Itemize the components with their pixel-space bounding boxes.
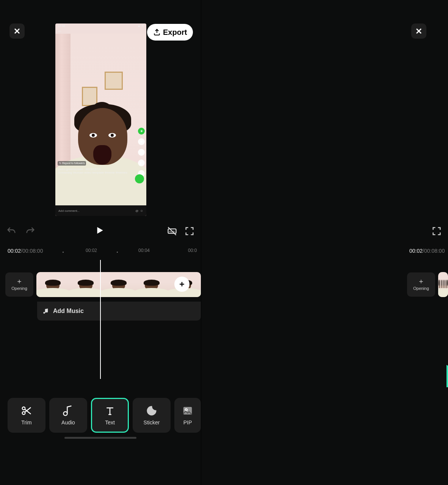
status-bar: 12:36 ▲ ✕ [55,23,146,28]
add-clip-button[interactable] [174,277,190,292]
tool-trim[interactable]: Trim [8,398,45,433]
status-icons: ▲ ✕ [138,24,144,28]
toolbar-scroll-indicator [64,437,136,439]
ruler-dot [63,252,64,253]
opening-label: Opening [11,286,27,291]
ruler-dot [117,252,118,253]
sticker-icon [146,405,157,416]
close-icon [416,28,422,34]
play-icon [95,225,105,235]
add-opening-button[interactable]: Opening [5,272,33,297]
main-toolbar: Trim Audio Text Sticker PIP [0,395,201,436]
fullscreen-button[interactable] [431,226,442,236]
undo-button[interactable] [6,226,17,236]
export-icon [153,28,161,36]
tool-label: PIP [183,419,192,426]
close-button[interactable] [9,23,25,39]
play-button[interactable] [95,225,105,237]
undo-icon [6,226,17,236]
image-icon [182,405,193,416]
note-icon [63,405,74,416]
tool-pip[interactable]: PIP [174,398,201,433]
tool-text[interactable]: Text [91,398,129,433]
plus-icon [418,278,424,285]
sound-avatar [135,174,144,183]
ruler-mark: 00:04 [138,248,150,253]
music-icon [42,308,49,314]
svg-point-3 [22,412,25,415]
status-time: 12:36 [58,24,65,28]
tool-label: Audio [61,419,75,426]
hdr-off-icon: HDR [167,226,177,236]
hdr-button[interactable]: HDR [167,226,177,236]
video-preview[interactable]: 12:36 ▲ ✕ ← ✶ ♥ … ◧ ➦ ↻ Repost to follow… [55,23,146,216]
timecode: 00:02/00:08:00 [409,248,445,254]
fullscreen-icon [184,226,195,236]
timecode: 00:02/00:08:00 [8,248,43,254]
tool-label: Text [105,419,115,426]
annotation-arrow [446,315,448,387]
ruler-mark: 00:0 [188,248,197,253]
fullscreen-button[interactable] [184,226,195,236]
redo-icon [25,226,36,236]
add-music-button[interactable]: Add Music [37,302,201,321]
bookmark-icon: ◧ [138,160,145,166]
tool-label: Sticker [144,419,160,426]
text-icon [104,405,116,416]
export-button[interactable]: Export [147,24,193,41]
close-button[interactable] [411,23,426,39]
plus-icon [16,278,22,285]
repost-badge: ↻ Repost to followers [58,161,86,166]
video-caption: yadro.greenscreen · 2023/12/19 Screaming… [58,167,135,175]
tool-audio[interactable]: Audio [49,398,87,433]
music-label: Add Music [53,308,84,314]
playhead[interactable] [100,260,101,379]
fullscreen-icon [431,226,442,236]
comment-placeholder: Add comment... [58,209,80,213]
add-opening-button[interactable]: Opening [407,272,435,297]
back-icon: ← [55,28,146,34]
svg-point-2 [22,407,25,410]
close-icon [14,28,20,34]
svg-text:HDR: HDR [169,230,175,233]
redo-button[interactable] [25,226,36,236]
ruler-mark: 00:02 [86,248,97,253]
export-label: Export [163,28,187,37]
comment-bar: Add comment... @ ☺ [55,205,146,216]
plus-icon [178,280,186,288]
tool-sticker[interactable]: Sticker [133,398,171,433]
video-clip[interactable] [438,272,448,297]
opening-label: Opening [413,286,429,291]
svg-point-5 [185,409,187,411]
like-icon: ♥ [138,138,145,145]
comment-icon: … [138,149,145,156]
tool-label: Trim [21,419,31,426]
avatar-icon: ✶ [138,128,145,135]
scissors-icon [21,405,32,416]
